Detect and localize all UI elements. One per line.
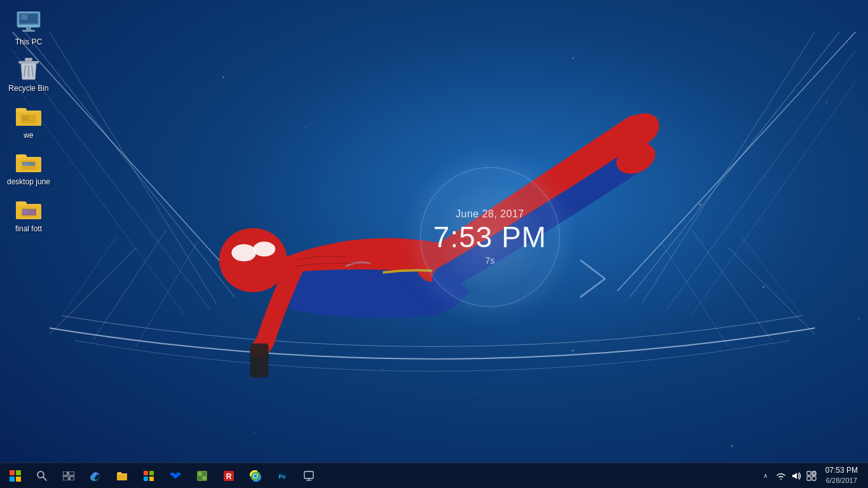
recycle-bin-icon xyxy=(16,56,41,81)
final-fott-label: final fott xyxy=(15,224,42,233)
wallpaper: June 28, 2017 7:53 PM 7s xyxy=(0,0,868,488)
connect-button[interactable] xyxy=(296,463,322,489)
svg-rect-30 xyxy=(18,61,39,64)
svg-rect-65 xyxy=(198,477,201,480)
final-fott-icon xyxy=(16,196,41,222)
svg-point-21 xyxy=(613,106,665,154)
svg-line-7 xyxy=(642,32,815,303)
taskbar-date-short: 6/28/2017 xyxy=(826,476,857,485)
action-center-icon xyxy=(806,471,817,481)
desktop-icon-recycle-bin[interactable]: Recycle Bin xyxy=(3,53,54,96)
task-view-button[interactable] xyxy=(56,463,81,489)
desktop-icon-we-folder[interactable]: we xyxy=(3,100,54,143)
svg-line-16 xyxy=(661,241,729,346)
we-folder-icon xyxy=(16,103,41,128)
app-button-1[interactable]: R xyxy=(216,463,241,489)
svg-rect-80 xyxy=(807,471,811,475)
svg-line-1 xyxy=(25,32,234,297)
svg-line-17 xyxy=(741,236,803,316)
chrome-icon xyxy=(250,470,261,482)
file-explorer-button[interactable] xyxy=(109,463,135,489)
clock-time: 7:53 PM xyxy=(433,222,546,252)
taskbar-time: 07:53 PM xyxy=(825,465,858,476)
svg-rect-31 xyxy=(25,58,32,61)
desktop-june-label: desktop june xyxy=(7,177,50,186)
svg-rect-82 xyxy=(807,477,811,480)
task-view-icon xyxy=(63,471,74,480)
taskbar-left: R Ps xyxy=(0,463,322,489)
svg-rect-55 xyxy=(144,477,148,481)
network-icon[interactable] xyxy=(775,463,787,489)
svg-rect-27 xyxy=(22,30,35,32)
svg-rect-26 xyxy=(26,27,31,30)
search-button[interactable] xyxy=(29,463,55,489)
svg-line-9 xyxy=(691,81,855,316)
svg-rect-46 xyxy=(16,477,21,482)
dropbox-button[interactable] xyxy=(163,463,188,489)
svg-rect-43 xyxy=(10,470,15,475)
svg-rect-77 xyxy=(304,471,313,478)
svg-line-13 xyxy=(62,236,117,316)
this-pc-label: This PC xyxy=(15,37,43,46)
chevron-up-icon: ∧ xyxy=(763,472,768,479)
tray-chevron[interactable]: ∧ xyxy=(759,463,772,489)
svg-rect-81 xyxy=(812,471,816,475)
start-button[interactable] xyxy=(3,463,28,489)
taskbar-clock[interactable]: 07:53 PM 6/28/2017 xyxy=(820,463,863,489)
store-icon xyxy=(143,470,154,482)
minecraft-icon xyxy=(196,470,208,482)
svg-rect-83 xyxy=(812,477,816,480)
svg-line-2 xyxy=(50,32,216,303)
store-button[interactable] xyxy=(136,463,161,489)
svg-text:Ps: Ps xyxy=(278,473,285,480)
notification-icon[interactable] xyxy=(805,463,818,489)
svg-rect-50 xyxy=(69,471,74,475)
svg-point-74 xyxy=(254,474,257,477)
svg-rect-64 xyxy=(203,472,206,475)
svg-point-20 xyxy=(253,241,275,256)
svg-point-22 xyxy=(611,137,660,180)
we-folder-label: we xyxy=(24,131,33,140)
file-explorer-icon xyxy=(116,471,128,481)
svg-rect-49 xyxy=(63,471,67,475)
svg-text:R: R xyxy=(226,472,232,481)
svg-rect-56 xyxy=(149,477,154,481)
svg-rect-45 xyxy=(10,477,15,482)
desktop-icon-this-pc[interactable]: This PC xyxy=(3,6,54,50)
svg-point-19 xyxy=(231,244,256,261)
chrome-button[interactable] xyxy=(243,463,268,489)
svg-rect-51 xyxy=(63,477,69,480)
svg-rect-44 xyxy=(16,470,21,475)
desktop-icon-final-fott[interactable]: final fott xyxy=(3,193,54,236)
svg-rect-36 xyxy=(22,116,29,121)
wifi-icon xyxy=(776,471,786,480)
svg-line-6 xyxy=(630,32,839,297)
minecraft-button[interactable] xyxy=(189,463,215,489)
taskbar: R Ps xyxy=(0,463,868,488)
search-icon xyxy=(37,471,47,481)
svg-rect-23 xyxy=(250,344,269,377)
svg-line-15 xyxy=(691,229,771,341)
svg-rect-52 xyxy=(70,477,74,480)
desktop-icon-desktop-june[interactable]: desktop june xyxy=(3,146,54,189)
app-icon-1: R xyxy=(223,470,234,482)
svg-line-48 xyxy=(43,477,46,480)
connect-icon xyxy=(303,470,315,482)
svg-rect-39 xyxy=(24,163,29,166)
svg-line-5 xyxy=(618,32,856,291)
speaker-icon xyxy=(791,471,801,480)
clock-date: June 28, 2017 xyxy=(456,208,524,220)
clock-seconds: 7s xyxy=(485,255,495,266)
edge-icon xyxy=(90,470,101,482)
desktop-june-icon xyxy=(16,149,41,175)
volume-icon[interactable] xyxy=(790,463,803,489)
dropbox-icon xyxy=(170,471,181,481)
taskbar-right: ∧ xyxy=(759,463,868,489)
svg-point-18 xyxy=(219,228,287,292)
svg-rect-66 xyxy=(203,477,206,480)
edge-button[interactable] xyxy=(83,463,108,489)
svg-line-14 xyxy=(728,248,815,334)
svg-rect-54 xyxy=(149,471,154,475)
clock-widget: June 28, 2017 7:53 PM 7s xyxy=(420,167,560,307)
photoshop-button[interactable]: Ps xyxy=(269,463,295,489)
